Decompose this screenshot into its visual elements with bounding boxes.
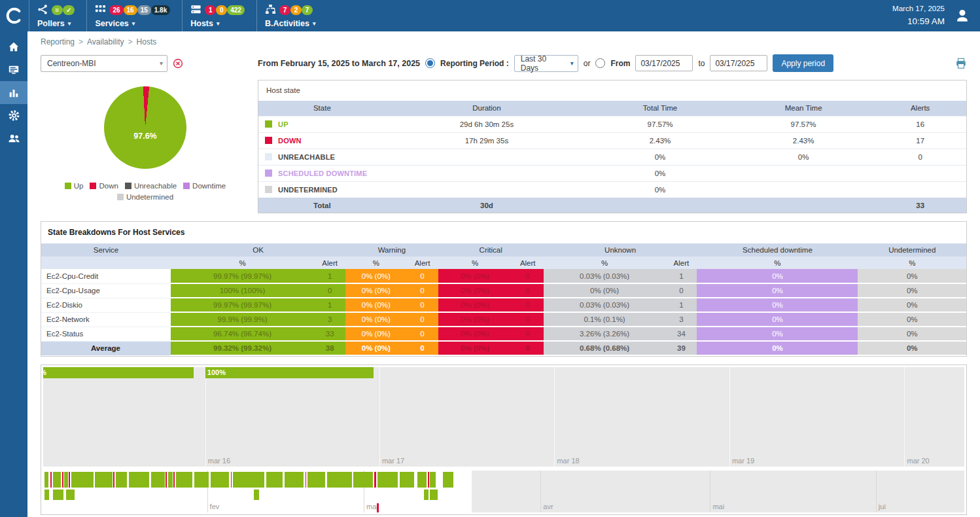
uptime-segment: 100% — [43, 367, 194, 378]
host-state-pie-chart[interactable]: 97.6% — [104, 86, 186, 169]
gridline — [904, 367, 905, 467]
status-bar — [266, 472, 283, 488]
status-bar — [430, 490, 438, 500]
to-date-input[interactable] — [710, 55, 767, 71]
sidebar-item-administration[interactable] — [0, 127, 27, 150]
legend-color-square — [65, 183, 71, 189]
status-bar — [166, 472, 167, 488]
sidebar-item-reporting[interactable] — [0, 81, 27, 104]
user-profile-button[interactable] — [954, 7, 971, 24]
status-bar — [44, 472, 48, 488]
export-report-button[interactable] — [955, 58, 967, 69]
axis-label: mai — [712, 503, 724, 510]
centreon-logo[interactable] — [0, 0, 29, 31]
host-select-value: Centreon-MBI — [47, 59, 96, 68]
host-select[interactable]: Centreon-MBI ▾ — [41, 55, 167, 72]
services-badges: 2616151.8k — [109, 5, 170, 15]
status-bar — [66, 490, 75, 500]
period-summary: From February 15, 2025 to March 17, 2025 — [258, 59, 420, 68]
status-bar — [374, 472, 376, 488]
sidebar-item-configuration[interactable] — [0, 104, 27, 127]
from-date-input[interactable] — [635, 55, 693, 71]
status-bar — [168, 472, 173, 488]
menu-hosts[interactable]: 10422 Hosts▾ — [182, 0, 256, 31]
counter-badge: 16 — [124, 5, 137, 15]
breadcrumb-separator: > — [79, 37, 83, 46]
status-bar — [53, 472, 61, 488]
counter-badge: 1.8k — [151, 5, 170, 15]
current-time: 10:59 AM — [892, 15, 945, 28]
breadcrumb-availability[interactable]: Availability — [87, 37, 124, 46]
col-service: Service — [41, 243, 171, 257]
chevron-down-icon: ▾ — [570, 60, 574, 67]
menu-services[interactable]: 2616151.8k Services▾ — [86, 0, 182, 31]
status-bar — [254, 490, 259, 500]
col-critical: Critical — [438, 243, 544, 257]
gridline — [729, 367, 730, 467]
reporting-period-radio[interactable] — [425, 58, 435, 68]
host-state-total-row: Total 30d 33 — [258, 198, 966, 213]
sidebar-item-home[interactable] — [0, 35, 27, 58]
timeline-main-chart[interactable]: mar 16mar 17mar 18mar 19mar 20100%100% — [43, 367, 964, 467]
status-bar — [327, 472, 352, 488]
status-bar — [129, 472, 149, 488]
custom-period-radio[interactable] — [595, 58, 605, 68]
state-label: DOWN — [278, 137, 302, 145]
uptime-segment: 100% — [205, 367, 374, 378]
axis-label: mar 17 — [382, 457, 404, 465]
subcol-critical-alert: Alert — [512, 257, 544, 269]
col-mean-time: Mean Time — [733, 101, 874, 116]
axis-label: mar 19 — [732, 457, 754, 465]
breakdowns-service-row: Ec2-Status96.74% (96.74%)330% (0%)00% (0… — [41, 327, 966, 341]
counter-badge: ≡ — [52, 5, 63, 15]
total-label: Total — [258, 198, 386, 213]
breadcrumb-hosts[interactable]: Hosts — [137, 37, 157, 46]
host-state-title: Host state — [258, 80, 966, 101]
counter-badge: 422 — [227, 5, 245, 15]
status-bar — [285, 472, 304, 488]
breadcrumb-separator: > — [128, 37, 133, 46]
menu-pollers[interactable]: ≡✓ Pollers▾ — [29, 0, 86, 31]
host-state-row: UP29d 6h 30m 25s97.57%97.57%16 — [258, 116, 966, 132]
legend-color-square — [117, 194, 124, 200]
clock: March 17, 2025 10:59 AM — [892, 3, 945, 28]
state-label: UNDETERMINED — [278, 186, 338, 194]
status-bar — [62, 472, 63, 488]
timeline-overview-chart[interactable]: fevmaravrmaijui — [43, 471, 964, 512]
main-content: Reporting>Availability>Hosts Centreon-MB… — [27, 31, 980, 517]
status-bar — [116, 472, 127, 488]
menu-business-activities[interactable]: 727 B.Activities▾ — [256, 0, 328, 31]
col-ok: OK — [171, 243, 345, 257]
counter-badge: 7 — [279, 5, 290, 15]
host-state-pie-panel: 97.6% UpDownUnreachableDowntimeUndetermi… — [41, 80, 250, 213]
sidebar-item-monitoring[interactable] — [0, 58, 27, 81]
breakdowns-service-row: Ec2-Diskio99.97% (99.97%)10% (0%)00% (0%… — [41, 298, 966, 312]
axis-label: fev — [210, 503, 220, 510]
legend-color-square — [183, 183, 190, 189]
total-alerts: 33 — [874, 198, 966, 213]
state-color-square — [265, 186, 272, 193]
apply-period-button[interactable]: Apply period — [773, 54, 833, 72]
col-unknown: Unknown — [544, 243, 697, 257]
top-menus: ≡✓ Pollers▾ 2616151.8k Services▾ 10422 H… — [29, 0, 328, 31]
counter-badge: 15 — [137, 5, 151, 15]
host-state-row: UNREACHABLE0%0%0 — [258, 149, 966, 165]
printer-icon — [955, 58, 967, 69]
chevron-down-icon: ▾ — [132, 20, 135, 27]
period-select[interactable]: Last 30 Days ▾ — [514, 55, 578, 72]
status-bar — [176, 472, 192, 488]
availability-timeline-panel: mar 16mar 17mar 18mar 19mar 20100%100% f… — [41, 365, 967, 515]
people-icon — [8, 132, 20, 145]
status-bar — [428, 472, 429, 488]
state-color-square — [265, 137, 272, 144]
pollers-badges: ≡✓ — [52, 5, 75, 15]
top-navigation-bar: ≡✓ Pollers▾ 2616151.8k Services▾ 10422 H… — [0, 0, 980, 31]
col-total-time: Total Time — [587, 101, 733, 116]
host-state-row: DOWN17h 29m 35s2.43%2.43%17 — [258, 132, 966, 149]
counter-badge: ✓ — [63, 5, 75, 15]
pie-legend: UpDownUnreachableDowntimeUndetermined — [54, 181, 237, 203]
breadcrumb-reporting[interactable]: Reporting — [41, 37, 75, 46]
clear-host-selection-button[interactable] — [173, 58, 183, 69]
business-activities-icon — [265, 4, 276, 17]
chevron-down-icon: ▾ — [68, 20, 71, 27]
